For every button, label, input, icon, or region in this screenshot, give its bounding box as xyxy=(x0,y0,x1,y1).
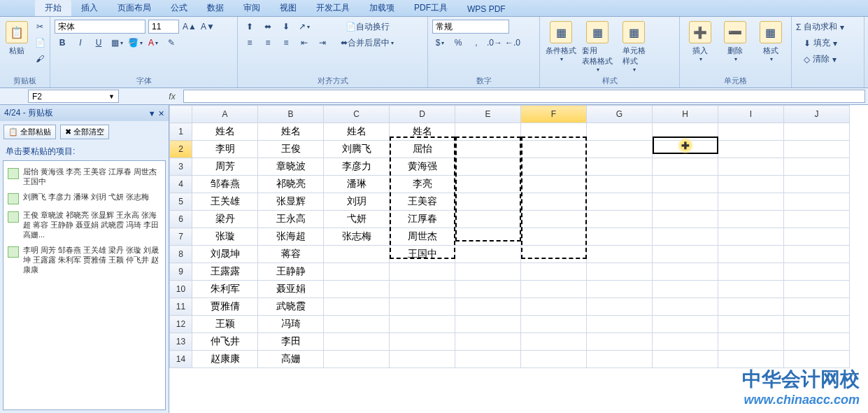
clipboard-dropdown[interactable]: ▼ xyxy=(148,109,156,118)
cell[interactable] xyxy=(784,193,850,211)
row-header-10[interactable]: 10 xyxy=(170,281,192,298)
cell[interactable] xyxy=(587,211,653,228)
cell[interactable] xyxy=(455,141,521,158)
cell[interactable] xyxy=(587,263,653,281)
cell[interactable] xyxy=(390,333,455,351)
cell[interactable] xyxy=(521,298,587,316)
cell[interactable] xyxy=(390,281,455,298)
cond-format-button[interactable]: ▦条件格式 xyxy=(544,20,578,64)
row-header-3[interactable]: 3 xyxy=(170,158,192,176)
cell[interactable]: 弋妍 xyxy=(324,211,390,228)
shrink-font-button[interactable]: A▼ xyxy=(200,20,215,34)
cell[interactable] xyxy=(521,211,587,228)
cell[interactable] xyxy=(784,158,850,176)
cell[interactable]: 邹春燕 xyxy=(192,176,258,193)
cell[interactable] xyxy=(587,246,653,263)
cell[interactable] xyxy=(390,316,455,333)
cell[interactable] xyxy=(390,351,455,368)
cell[interactable] xyxy=(784,298,850,316)
tab-pdf[interactable]: PDF工具 xyxy=(404,0,457,16)
cell[interactable]: 王美容 xyxy=(390,193,455,211)
cell[interactable] xyxy=(455,176,521,193)
cell[interactable]: 姓名 xyxy=(192,123,258,141)
row-header-6[interactable]: 6 xyxy=(170,211,192,228)
cell[interactable] xyxy=(653,263,718,281)
cell[interactable] xyxy=(718,141,784,158)
align-top-button[interactable]: ⬆ xyxy=(242,20,257,34)
cell[interactable]: 刘晟坤 xyxy=(192,246,258,263)
cell[interactable]: 江厚春 xyxy=(390,211,455,228)
cell[interactable] xyxy=(784,211,850,228)
select-all-corner[interactable] xyxy=(170,106,192,123)
merge-center-button[interactable]: ⬌ 合并后居中 xyxy=(337,36,397,50)
cell[interactable]: 张显辉 xyxy=(258,193,324,211)
delete-button[interactable]: ➖删除 xyxy=(719,20,751,64)
tab-home[interactable]: 开始 xyxy=(35,0,71,16)
cell[interactable] xyxy=(324,316,390,333)
cell[interactable]: 李田 xyxy=(258,333,324,351)
row-header-8[interactable]: 8 xyxy=(170,246,192,263)
cell[interactable] xyxy=(718,263,784,281)
cell[interactable] xyxy=(521,246,587,263)
autosum-button[interactable]: Σ 自动求和 ▾ xyxy=(796,20,844,34)
cell[interactable]: 章晓波 xyxy=(258,158,324,176)
cell[interactable] xyxy=(653,281,718,298)
cell[interactable] xyxy=(324,246,390,263)
col-header-G[interactable]: G xyxy=(587,106,653,123)
cell[interactable] xyxy=(718,281,784,298)
cell[interactable]: 王国中 xyxy=(390,246,455,263)
orientation-button[interactable]: ↗ xyxy=(297,20,312,34)
cell[interactable] xyxy=(587,228,653,246)
tab-layout[interactable]: 页面布局 xyxy=(108,0,161,16)
cell[interactable] xyxy=(587,141,653,158)
grow-font-button[interactable]: A▲ xyxy=(182,20,197,34)
cell[interactable]: 王颖 xyxy=(192,316,258,333)
cell[interactable] xyxy=(521,158,587,176)
cell[interactable] xyxy=(455,281,521,298)
cell[interactable]: 王关雄 xyxy=(192,193,258,211)
align-center-button[interactable]: ≡ xyxy=(260,36,276,50)
cell[interactable]: 聂亚娟 xyxy=(258,281,324,298)
row-header-2[interactable]: 2 xyxy=(170,141,192,158)
cell[interactable]: 李彦力 xyxy=(324,158,390,176)
col-header-H[interactable]: H xyxy=(653,106,718,123)
cell[interactable] xyxy=(587,193,653,211)
cell[interactable] xyxy=(784,281,850,298)
col-header-D[interactable]: D xyxy=(390,106,455,123)
cell[interactable] xyxy=(521,263,587,281)
cell[interactable] xyxy=(324,263,390,281)
format-painter-button[interactable]: 🖌 xyxy=(32,52,48,66)
cell[interactable] xyxy=(455,246,521,263)
cell[interactable] xyxy=(784,263,850,281)
cell[interactable]: 姓名 xyxy=(258,123,324,141)
row-header-12[interactable]: 12 xyxy=(170,316,192,333)
cell[interactable] xyxy=(718,246,784,263)
wrap-text-button[interactable]: 📄 自动换行 xyxy=(337,20,397,34)
clipboard-item[interactable]: 刘腾飞 李彦力 潘琳 刘玥 弋妍 张志梅 xyxy=(6,189,162,207)
number-format-select[interactable] xyxy=(432,20,509,34)
cell[interactable] xyxy=(784,228,850,246)
cell[interactable] xyxy=(784,351,850,368)
tab-review[interactable]: 审阅 xyxy=(234,0,270,16)
cell[interactable] xyxy=(521,351,587,368)
cell[interactable] xyxy=(521,228,587,246)
tab-formula[interactable]: 公式 xyxy=(161,0,197,16)
cell[interactable] xyxy=(455,298,521,316)
cell[interactable]: 王永高 xyxy=(258,211,324,228)
percent-button[interactable]: % xyxy=(450,36,466,50)
italic-button[interactable]: I xyxy=(73,36,88,50)
paste-all-button[interactable]: 📋 全部粘贴 xyxy=(3,125,56,139)
cell[interactable]: 祁晓亮 xyxy=(258,176,324,193)
cell[interactable]: 王露露 xyxy=(192,263,258,281)
cell[interactable] xyxy=(653,316,718,333)
cell[interactable] xyxy=(455,158,521,176)
cell[interactable]: 刘玥 xyxy=(324,193,390,211)
row-header-14[interactable]: 14 xyxy=(170,351,192,368)
cell[interactable] xyxy=(718,316,784,333)
row-header-13[interactable]: 13 xyxy=(170,333,192,351)
cell[interactable] xyxy=(718,176,784,193)
cell[interactable] xyxy=(521,141,587,158)
cell[interactable] xyxy=(784,123,850,141)
cell[interactable] xyxy=(587,281,653,298)
cell[interactable] xyxy=(653,298,718,316)
